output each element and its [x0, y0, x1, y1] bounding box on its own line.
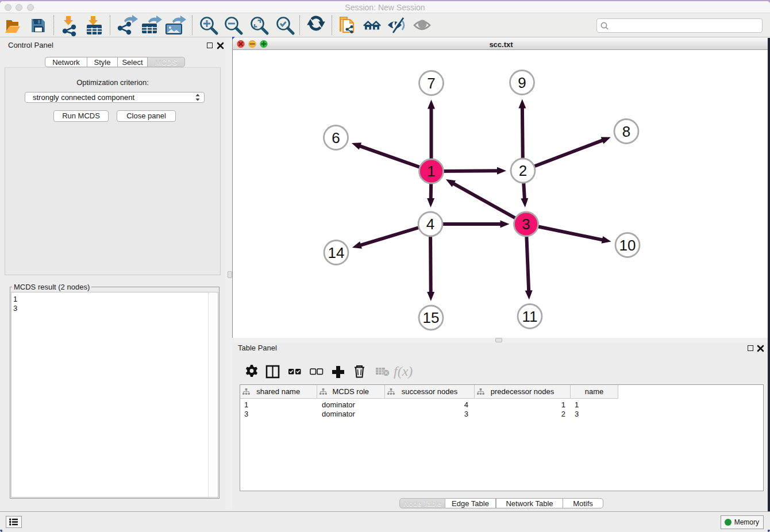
svg-text:3: 3 [522, 215, 530, 233]
svg-text:4: 4 [426, 215, 434, 233]
svg-text:6: 6 [332, 129, 340, 147]
svg-text:2: 2 [519, 162, 527, 179]
svg-text:15: 15 [423, 309, 440, 326]
svg-text:7: 7 [427, 75, 435, 92]
svg-text:f(x): f(x) [394, 364, 413, 379]
svg-text:10: 10 [619, 237, 636, 254]
svg-text:1: 1 [427, 163, 435, 180]
svg-text:9: 9 [518, 74, 526, 91]
svg-text:11: 11 [522, 308, 538, 325]
svg-text:14: 14 [328, 244, 345, 261]
svg-text:8: 8 [622, 123, 630, 140]
